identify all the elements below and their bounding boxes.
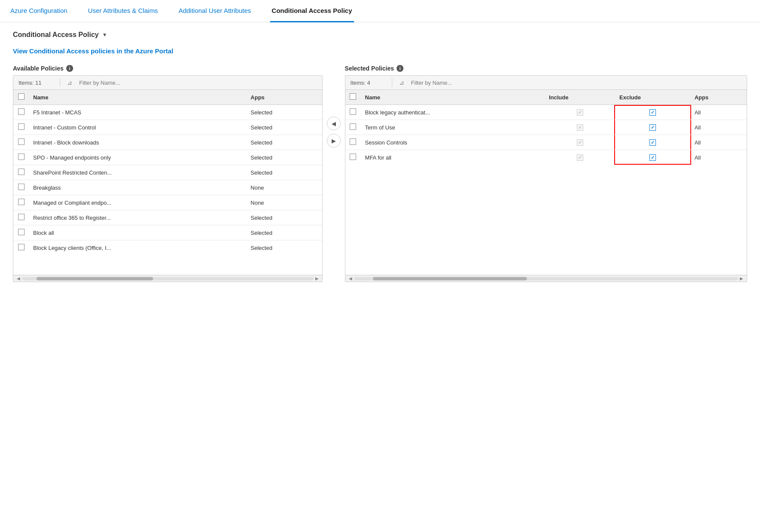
selected-row-apps-3: All: [690, 150, 747, 165]
selected-exclude-header: Exclude: [615, 90, 690, 105]
selected-row-exclude-3: [615, 150, 690, 165]
available-filter-input[interactable]: [79, 80, 317, 86]
include-checkbox-1[interactable]: [577, 124, 583, 131]
selected-scroll-track: [354, 277, 738, 280]
available-select-all-header: [13, 90, 29, 105]
available-table-row: Breakglass None: [13, 180, 322, 195]
available-policies-panel-wrapper: Available Policies i Items: 11 ⊿: [13, 65, 323, 282]
available-row-checkbox-cell: [13, 240, 29, 255]
selected-select-all-header: [345, 90, 361, 105]
available-row-checkbox-5[interactable]: [18, 184, 25, 190]
available-info-icon[interactable]: i: [66, 65, 73, 72]
available-table-row: SharePoint Restricted Conten... Selected: [13, 165, 322, 180]
available-row-checkbox-2[interactable]: [18, 138, 25, 145]
selected-horizontal-scrollbar[interactable]: ◀ ▶: [345, 275, 747, 282]
selected-scroll-left-arrow[interactable]: ◀: [347, 276, 354, 281]
selected-row-name-0: Block legacy authenticat...: [361, 105, 545, 120]
selected-policies-panel: Items: 4 ⊿ Name: [345, 75, 747, 282]
selected-row-apps-0: All: [690, 105, 747, 120]
available-row-checkbox-9[interactable]: [18, 244, 25, 250]
selected-table-row: Session Controls All: [345, 135, 747, 150]
transfer-buttons: ◀ ▶: [323, 117, 345, 148]
available-name-header: Name: [29, 90, 246, 105]
azure-portal-link[interactable]: View Conditional Access policies in the …: [13, 47, 173, 55]
select-all-checkbox[interactable]: [18, 93, 25, 100]
filter-divider: [60, 78, 60, 87]
selected-row-exclude-2: [615, 135, 690, 150]
include-checkbox-3[interactable]: [577, 154, 583, 161]
include-checkbox-0[interactable]: [577, 109, 583, 116]
available-row-checkbox-3[interactable]: [18, 154, 25, 160]
available-row-name-2: Intranet - Block downloads: [29, 135, 246, 150]
selected-scroll-area[interactable]: Name Include Exclude Apps Block legacy a…: [345, 90, 747, 275]
available-row-checkbox-0[interactable]: [18, 108, 25, 115]
selected-row-exclude-0: [615, 105, 690, 120]
available-horizontal-scrollbar[interactable]: ◀ ▶: [13, 275, 322, 282]
available-row-checkbox-6[interactable]: [18, 199, 25, 205]
selected-scroll-right-arrow[interactable]: ▶: [738, 276, 745, 281]
selected-include-header: Include: [545, 90, 615, 105]
available-row-name-5: Breakglass: [29, 180, 246, 195]
selected-filter-divider: [392, 78, 392, 87]
available-table-row: Block Legacy clients (Office, I... Selec…: [13, 240, 322, 255]
available-row-apps-4: Selected: [246, 165, 322, 180]
exclude-checkbox-0[interactable]: [649, 109, 656, 116]
selected-row-checkbox-0[interactable]: [350, 108, 356, 115]
available-row-name-6: Managed or Compliant endpo...: [29, 195, 246, 210]
available-row-checkbox-cell: [13, 105, 29, 120]
selected-row-checkbox-cell-1: [345, 120, 361, 135]
selected-items-count: Items: 4: [351, 80, 385, 86]
selected-row-include-1: [545, 120, 615, 135]
transfer-left-button[interactable]: ◀: [327, 117, 341, 130]
selected-row-checkbox-cell-3: [345, 150, 361, 165]
scroll-track: [22, 277, 314, 280]
scroll-left-arrow[interactable]: ◀: [15, 276, 22, 281]
available-row-checkbox-4[interactable]: [18, 169, 25, 175]
selected-row-checkbox-cell-0: [345, 105, 361, 120]
transfer-right-button[interactable]: ▶: [327, 134, 341, 148]
selected-row-include-3: [545, 150, 615, 165]
exclude-checkbox-1[interactable]: [649, 124, 656, 131]
exclude-checkbox-3[interactable]: [649, 154, 656, 161]
selected-select-all-checkbox[interactable]: [350, 93, 356, 100]
section-dropdown-arrow[interactable]: ▼: [102, 32, 107, 38]
available-row-checkbox-cell: [13, 180, 29, 195]
available-row-checkbox-8[interactable]: [18, 229, 25, 235]
selected-filter-input[interactable]: [411, 80, 742, 86]
available-row-checkbox-cell: [13, 135, 29, 150]
selected-row-checkbox-2[interactable]: [350, 138, 356, 145]
selected-table-row: Term of Use All: [345, 120, 747, 135]
selected-policies-label: Selected Policies i: [345, 65, 747, 72]
available-row-checkbox-cell: [13, 225, 29, 240]
selected-info-icon[interactable]: i: [397, 65, 403, 72]
available-scroll-area[interactable]: Name Apps F5 Intranet - MCAS Selected In…: [13, 90, 322, 275]
selected-row-checkbox-1[interactable]: [350, 123, 356, 130]
selected-row-include-0: [545, 105, 615, 120]
page-content: Conditional Access Policy ▼ View Conditi…: [0, 22, 760, 291]
available-row-apps-2: Selected: [246, 135, 322, 150]
available-filter-bar: Items: 11 ⊿: [13, 76, 322, 90]
section-header: Conditional Access Policy ▼: [13, 31, 747, 39]
tab-azure-configuration[interactable]: Azure Configuration: [9, 0, 69, 22]
available-row-checkbox-1[interactable]: [18, 123, 25, 130]
available-row-checkbox-cell: [13, 165, 29, 180]
selected-table-header-row: Name Include Exclude Apps: [345, 90, 747, 105]
tab-user-attributes-claims[interactable]: User Attributes & Claims: [86, 0, 160, 22]
include-checkbox-2[interactable]: [577, 139, 583, 146]
selected-policies-panel-wrapper: Selected Policies i Items: 4 ⊿: [345, 65, 747, 282]
selected-row-apps-1: All: [690, 120, 747, 135]
available-table-row: Intranet - Block downloads Selected: [13, 135, 322, 150]
tab-conditional-access-policy[interactable]: Conditional Access Policy: [270, 0, 354, 22]
selected-scroll-thumb: [373, 277, 526, 280]
exclude-checkbox-2[interactable]: [649, 139, 656, 146]
selected-table-row: MFA for all All: [345, 150, 747, 165]
selected-row-checkbox-3[interactable]: [350, 154, 356, 160]
scroll-right-arrow[interactable]: ▶: [314, 276, 320, 281]
available-policies-label: Available Policies i: [13, 65, 323, 72]
available-row-apps-0: Selected: [246, 105, 322, 120]
selected-name-header: Name: [361, 90, 545, 105]
available-table-row: Restrict office 365 to Register... Selec…: [13, 210, 322, 225]
tab-additional-user-attributes[interactable]: Additional User Attributes: [177, 0, 252, 22]
top-navigation: Azure Configuration User Attributes & Cl…: [0, 0, 760, 22]
available-row-checkbox-7[interactable]: [18, 214, 25, 220]
